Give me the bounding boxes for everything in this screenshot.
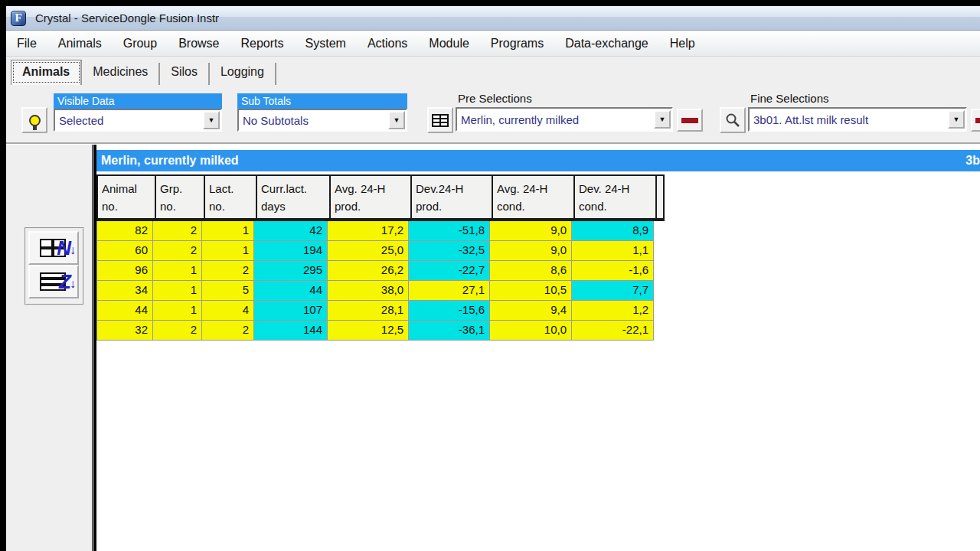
column-header-dev-24-h-cond-[interactable]: Dev. 24-Hcond. <box>573 176 655 218</box>
column-header-line2: cond. <box>497 197 571 215</box>
table-cell[interactable]: 2 <box>153 241 202 261</box>
fine-selections-combobox[interactable]: 3b01. Att.lst milk result ▼ <box>748 107 967 132</box>
table-cell[interactable]: 2 <box>202 261 254 281</box>
table-cell[interactable]: 82 <box>96 221 153 241</box>
menu-item-programs[interactable]: Programs <box>480 33 554 54</box>
visible-data-combobox[interactable]: Selected ▼ <box>54 109 222 132</box>
table-cell[interactable]: 107 <box>254 301 328 321</box>
menu-item-animals[interactable]: Animals <box>47 33 113 54</box>
column-header-grp-no-[interactable]: Grp.no. <box>155 176 204 218</box>
table-cell[interactable]: 38,0 <box>328 281 409 301</box>
table-cell[interactable]: -22,7 <box>409 261 490 281</box>
table-cell[interactable]: 32 <box>96 321 153 341</box>
table-cell[interactable]: 60 <box>96 241 153 261</box>
table-cell[interactable]: 2 <box>153 221 202 241</box>
tab-medicines[interactable]: Medicines <box>82 63 160 85</box>
column-header-line1: Curr.lact. <box>261 180 327 197</box>
table-row[interactable]: 34154438,027,110,57,7 <box>96 281 665 301</box>
table-row[interactable]: 441410728,1-15,69,41,2 <box>96 301 665 321</box>
table-cell[interactable]: 12,5 <box>328 321 409 341</box>
table-cell[interactable]: 5 <box>202 281 254 301</box>
table-row[interactable]: 961229526,2-22,78,6-1,6 <box>96 261 665 281</box>
menu-item-file[interactable]: File <box>6 33 47 54</box>
column-header-dev-24-h-prod-[interactable]: Dev.24-Hprod. <box>410 176 492 218</box>
sub-totals-combobox[interactable]: No Subtotals ▼ <box>237 109 407 132</box>
remove-pre-selection-button[interactable] <box>677 109 703 132</box>
table-cell[interactable]: 9,0 <box>490 241 572 261</box>
table-cell[interactable]: -32,5 <box>409 241 490 261</box>
table-row[interactable]: 322214412,5-36,110,0-22,1 <box>96 321 665 341</box>
table-cell[interactable]: 2 <box>153 321 202 341</box>
table-cell[interactable]: 8,6 <box>490 261 572 281</box>
menu-item-group[interactable]: Group <box>113 33 168 54</box>
menu-item-help[interactable]: Help <box>659 33 706 54</box>
column-header-animal-no-[interactable]: Animalno. <box>98 176 155 218</box>
menu-item-reports[interactable]: Reports <box>230 33 295 54</box>
menu-item-actions[interactable]: Actions <box>357 33 418 54</box>
main-content: Merlin, currently milked 3b Animalno.Grp… <box>96 145 980 551</box>
tab-logging[interactable]: Logging <box>210 63 276 85</box>
chevron-down-icon[interactable]: ▼ <box>203 111 220 129</box>
table-cell[interactable]: -1,6 <box>572 261 654 281</box>
sort-alphabetical-button[interactable]: Z ↓ <box>28 265 79 298</box>
table-cell[interactable]: 42 <box>254 221 328 241</box>
table-cell[interactable]: 27,1 <box>409 281 490 301</box>
table-cell[interactable]: -22,1 <box>572 321 654 341</box>
chevron-down-icon[interactable]: ▼ <box>388 111 405 129</box>
chevron-down-icon[interactable]: ▼ <box>654 110 671 129</box>
chevron-down-icon[interactable]: ▼ <box>948 110 965 129</box>
menu-item-data-exchange[interactable]: Data-exchange <box>554 33 659 54</box>
sort-by-value-button[interactable]: N ↓ <box>28 231 79 265</box>
pre-selection-table-button[interactable] <box>427 107 453 133</box>
table-cell[interactable]: 28,1 <box>328 301 409 321</box>
table-cell[interactable]: 4 <box>202 301 254 321</box>
column-header-curr-lact-days[interactable]: Curr.lact.days <box>256 176 329 218</box>
table-cell[interactable]: 44 <box>254 281 328 301</box>
table-cell[interactable]: 26,2 <box>328 261 409 281</box>
table-cell[interactable]: -36,1 <box>409 321 490 341</box>
menu-item-system[interactable]: System <box>295 33 357 54</box>
table-cell[interactable]: 10,0 <box>490 321 572 341</box>
pre-selections-combobox[interactable]: Merlin, currently milked ▼ <box>456 107 673 132</box>
table-cell[interactable]: 17,2 <box>328 221 409 241</box>
table-cell[interactable]: 9,0 <box>490 221 572 241</box>
menu-item-module[interactable]: Module <box>418 33 479 54</box>
column-header-line1: Animal <box>102 180 152 197</box>
table-cell[interactable]: 1 <box>153 301 202 321</box>
column-header-avg-24-h-cond-[interactable]: Avg. 24-Hcond. <box>492 176 573 218</box>
table-cell[interactable]: 144 <box>254 321 328 341</box>
table-cell[interactable]: 9,4 <box>490 301 572 321</box>
column-header-line1: Dev.24-H <box>416 180 489 197</box>
table-cell[interactable]: 96 <box>96 261 153 281</box>
table-row[interactable]: 82214217,2-51,89,08,9 <box>96 221 665 241</box>
table-cell[interactable]: 1 <box>202 221 254 241</box>
column-header-lact-no-[interactable]: Lact.no. <box>204 176 256 218</box>
table-row[interactable]: 602119425,0-32,59,01,1 <box>96 241 665 261</box>
table-cell[interactable]: -51,8 <box>409 221 490 241</box>
table-cell[interactable]: 1 <box>202 241 254 261</box>
table-cell[interactable]: 1,1 <box>572 241 654 261</box>
tab-animals[interactable]: Animals <box>11 60 82 85</box>
fine-selection-search-button[interactable] <box>720 107 746 133</box>
quick-view-button[interactable] <box>21 107 47 133</box>
table-cell[interactable]: 295 <box>254 261 328 281</box>
table-cell[interactable]: -15,6 <box>409 301 490 321</box>
column-header-avg-24-h-prod-[interactable]: Avg. 24-Hprod. <box>329 176 410 218</box>
menu-item-browse[interactable]: Browse <box>168 33 230 54</box>
table-cell[interactable]: 1 <box>153 281 202 301</box>
table-cell[interactable]: 1,2 <box>572 301 654 321</box>
table-cell[interactable]: 2 <box>202 321 254 341</box>
tab-silos[interactable]: Silos <box>160 63 210 85</box>
table-cell[interactable]: 10,5 <box>490 281 572 301</box>
column-header-line1: Avg. 24-H <box>335 180 408 197</box>
caption-title: Merlin, currently milked <box>96 154 965 168</box>
table-cell[interactable]: 34 <box>96 281 153 301</box>
remove-fine-selection-button[interactable] <box>971 109 980 132</box>
left-tool-panel: N ↓ Z ↓ <box>6 145 94 551</box>
table-cell[interactable]: 1 <box>153 261 202 281</box>
table-cell[interactable]: 8,9 <box>572 221 654 241</box>
table-cell[interactable]: 25,0 <box>328 241 409 261</box>
table-cell[interactable]: 194 <box>254 241 328 261</box>
table-cell[interactable]: 44 <box>96 301 153 321</box>
table-cell[interactable]: 7,7 <box>572 281 654 301</box>
